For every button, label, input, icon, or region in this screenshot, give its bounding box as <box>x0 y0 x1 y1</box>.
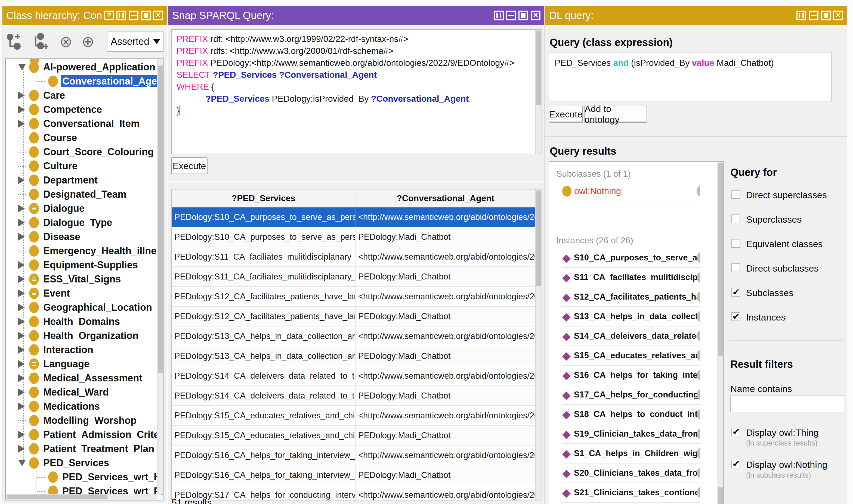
expand-arrow-icon[interactable] <box>18 360 29 368</box>
scrollbar-thumb[interactable] <box>536 31 541 105</box>
checkbox[interactable] <box>731 288 740 296</box>
sparql-execute-button[interactable]: Execute <box>171 157 208 174</box>
table-row[interactable]: PEDology:S15_CA_educates_relatives_and_c… <box>172 406 535 426</box>
expand-arrow-icon[interactable] <box>18 374 29 382</box>
vsplit-icon[interactable] <box>117 11 126 20</box>
table-row[interactable]: PEDology:S10_CA_purposes_to_serve_as_per… <box>172 208 535 227</box>
checkbox[interactable] <box>731 428 740 436</box>
vsplit-icon[interactable] <box>797 11 806 20</box>
instance-result-row[interactable]: ◆S14_CA_deleivers_data_related_to? <box>562 326 700 346</box>
hierarchy-view-dropdown[interactable]: Asserted <box>107 32 164 52</box>
instance-result-row[interactable]: ◆S22_Clinicians_takes_data_from_C? <box>562 503 700 504</box>
table-row[interactable]: PEDology:S15_CA_educates_relatives_and_c… <box>172 426 535 446</box>
instance-result-row[interactable]: ◆S13_CA_helps_in_data_collection_? <box>562 307 700 326</box>
checkbox[interactable] <box>731 239 740 248</box>
focus-selection-icon[interactable]: ⊕ <box>82 34 94 49</box>
tree-item[interactable]: Conversational_Agent <box>6 74 156 88</box>
expand-arrow-icon[interactable] <box>18 318 29 325</box>
instance-result-row[interactable]: ◆S10_CA_purposes_to_serve_as_pe? <box>562 248 700 268</box>
tree-item[interactable]: ≡Dialogue <box>6 201 156 216</box>
tree-item[interactable]: Modelling_Worshop <box>6 413 156 428</box>
expand-arrow-icon[interactable] <box>18 460 29 466</box>
expand-arrow-icon[interactable] <box>18 176 29 184</box>
instance-result-row[interactable]: ◆S17_CA_helps_for_conducting_inte? <box>562 385 700 405</box>
expand-arrow-icon[interactable] <box>18 106 29 113</box>
table-row[interactable]: PEDology:S11_CA_faciliates_mulitidiscipl… <box>172 267 535 287</box>
scrollbar-thumb[interactable] <box>718 163 723 356</box>
table-row[interactable]: PEDology:S12_CA_facilitates_patients_hav… <box>172 307 535 326</box>
tree-item[interactable]: Patient_Treatment_Plan <box>6 442 156 456</box>
expand-arrow-icon[interactable] <box>18 389 29 396</box>
scrollbar-thumb[interactable] <box>536 191 541 286</box>
checkbox[interactable] <box>731 460 740 468</box>
instance-result-row[interactable]: ◆S18_CA_helps_to_conduct_intervie? <box>562 405 700 424</box>
sparql-query-editor[interactable]: PREFIX rdf: <http://www.w3.org/1999/02/2… <box>171 29 542 154</box>
scrollbar-thumb[interactable] <box>7 494 107 499</box>
name-contains-input[interactable] <box>730 396 845 412</box>
tree-item[interactable]: AI-powered_Application <box>6 60 156 74</box>
tree-vertical-scrollbar[interactable] <box>157 59 163 494</box>
restore-icon[interactable] <box>519 11 528 20</box>
tree-item[interactable]: Designated_Team <box>6 187 156 201</box>
delete-class-icon[interactable]: ⊗ <box>59 34 72 49</box>
tree-item[interactable]: Competence <box>6 103 156 116</box>
expand-arrow-icon[interactable] <box>18 431 29 438</box>
table-row[interactable]: PEDology:S17_CA_helps_for_conducting_int… <box>172 485 535 501</box>
expand-arrow-icon[interactable] <box>18 92 29 99</box>
expand-arrow-icon[interactable] <box>18 120 29 127</box>
tree-item[interactable]: Medical_Assessment <box>6 371 156 385</box>
tree-item[interactable]: Interaction <box>6 343 156 357</box>
dl-results-scrollbar[interactable] <box>717 162 723 504</box>
checkbox[interactable] <box>731 215 740 223</box>
dl-expression-box[interactable]: PED_Services and (isProvided_By value Ma… <box>549 52 832 102</box>
scrollbar-thumb[interactable] <box>718 487 723 504</box>
tree-item[interactable]: Culture <box>6 159 156 173</box>
table-vertical-scrollbar[interactable] <box>535 190 542 500</box>
tree-item[interactable]: Department <box>6 173 156 187</box>
expand-arrow-icon[interactable] <box>18 402 29 410</box>
expand-arrow-icon[interactable] <box>18 275 29 283</box>
close-icon[interactable] <box>531 11 540 20</box>
hsplit-icon[interactable] <box>129 11 138 20</box>
hsplit-icon[interactable] <box>809 11 818 20</box>
dl-add-to-ontology-button[interactable]: Add to ontology <box>584 106 647 123</box>
tree-item[interactable]: Disease <box>6 230 156 244</box>
tree-item[interactable]: Medications <box>6 399 156 413</box>
tree-item[interactable]: ≡Event <box>6 286 156 300</box>
add-sibling-class-icon[interactable] <box>32 32 51 51</box>
expand-arrow-icon[interactable] <box>18 64 29 70</box>
tree-item[interactable]: ≡ESS_Vital_Signs <box>6 272 156 286</box>
instance-result-row[interactable]: ◆S12_CA_facilitates_patients_have_? <box>562 287 700 307</box>
table-row[interactable]: PEDology:S13_CA_helps_in_data_collection… <box>172 326 535 346</box>
tree-horizontal-scrollbar[interactable] <box>6 494 157 500</box>
expand-arrow-icon[interactable] <box>18 304 29 311</box>
tree-item[interactable]: Health_Organization <box>6 329 156 343</box>
tree-item[interactable]: Emergency_Health_illness_Symp <box>6 244 156 258</box>
tree-item[interactable]: Court_Score_Colouring <box>6 145 156 159</box>
tree-item[interactable]: ≡Language <box>6 357 156 371</box>
checkbox[interactable] <box>731 190 740 199</box>
instance-result-row[interactable]: ◆S21_Clinicians_takes_contionous_? <box>562 483 700 503</box>
tree-item[interactable]: Patient_Admission_Criteria <box>6 428 156 442</box>
help-icon[interactable] <box>104 11 114 20</box>
instance-result-row[interactable]: ◆S15_CA_educates_relatives_and_c? <box>562 346 700 366</box>
expand-arrow-icon[interactable] <box>18 261 29 269</box>
tree-item[interactable]: Dialogue_Type <box>6 216 156 230</box>
table-row[interactable]: PEDology:S12_CA_facilitates_patients_hav… <box>172 287 535 307</box>
table-row[interactable]: PEDology:S13_CA_helps_in_data_collection… <box>172 346 535 366</box>
tree-item[interactable]: Medical_Ward <box>6 385 156 399</box>
expand-arrow-icon[interactable] <box>18 233 29 240</box>
table-row[interactable]: PEDology:S14_CA_deleivers_data_related_t… <box>172 386 535 406</box>
column-header-ped-services[interactable]: ?PED_Services <box>172 190 356 207</box>
table-row[interactable]: PEDology:S11_CA_faciliates_mulitidiscipl… <box>172 247 535 267</box>
close-icon[interactable] <box>833 11 843 20</box>
instance-result-row[interactable]: ◆S20_Clinicians_takes_data_from_C? <box>562 464 700 483</box>
tree-item[interactable]: PED_Services <box>6 456 156 470</box>
checkbox[interactable] <box>731 264 740 272</box>
expand-arrow-icon[interactable] <box>18 445 29 453</box>
add-subclass-icon[interactable] <box>5 32 24 51</box>
tree-item[interactable]: Geographical_Location <box>6 300 156 314</box>
expand-arrow-icon[interactable] <box>18 332 29 340</box>
vsplit-icon[interactable] <box>494 11 504 20</box>
table-row[interactable]: PEDology:S16_CA_helps_for_taking_intervi… <box>172 446 535 465</box>
